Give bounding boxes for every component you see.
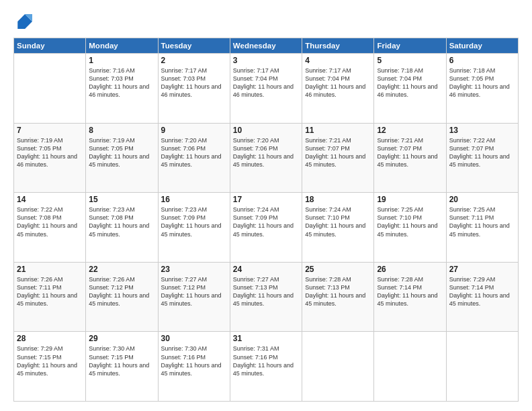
calendar-cell: 6Sunrise: 7:18 AMSunset: 7:05 PMDaylight… <box>446 54 518 124</box>
logo-icon <box>13 12 32 31</box>
day-number: 11 <box>305 126 371 135</box>
calendar-cell: 13Sunrise: 7:22 AMSunset: 7:07 PMDayligh… <box>446 123 518 193</box>
calendar-table: SundayMondayTuesdayWednesdayThursdayFrid… <box>13 38 519 402</box>
day-number: 23 <box>161 265 227 274</box>
day-info: Sunrise: 7:29 AMSunset: 7:15 PMDaylight:… <box>17 345 83 377</box>
day-number: 10 <box>233 126 299 135</box>
day-number: 22 <box>89 265 154 274</box>
calendar-cell: 30Sunrise: 7:30 AMSunset: 7:16 PMDayligh… <box>158 332 230 402</box>
day-number: 25 <box>305 265 371 274</box>
day-info: Sunrise: 7:22 AMSunset: 7:07 PMDaylight:… <box>449 136 515 169</box>
calendar-cell: 7Sunrise: 7:19 AMSunset: 7:05 PMDaylight… <box>14 123 86 193</box>
calendar-cell: 1Sunrise: 7:16 AMSunset: 7:03 PMDaylight… <box>86 54 158 124</box>
day-info: Sunrise: 7:18 AMSunset: 7:04 PMDaylight:… <box>377 66 443 99</box>
day-info: Sunrise: 7:25 AMSunset: 7:11 PMDaylight:… <box>449 205 515 238</box>
day-info: Sunrise: 7:26 AMSunset: 7:11 PMDaylight:… <box>17 275 83 308</box>
header <box>13 12 519 31</box>
calendar-cell: 19Sunrise: 7:25 AMSunset: 7:10 PMDayligh… <box>374 193 446 263</box>
day-info: Sunrise: 7:24 AMSunset: 7:10 PMDaylight:… <box>305 205 371 238</box>
calendar-day-header: Thursday <box>302 38 374 54</box>
day-info: Sunrise: 7:27 AMSunset: 7:12 PMDaylight:… <box>161 275 227 308</box>
day-number: 4 <box>305 56 371 65</box>
day-number: 14 <box>17 195 83 204</box>
calendar-cell: 29Sunrise: 7:30 AMSunset: 7:15 PMDayligh… <box>86 332 158 402</box>
day-info: Sunrise: 7:24 AMSunset: 7:09 PMDaylight:… <box>233 205 299 238</box>
calendar-week-row: 21Sunrise: 7:26 AMSunset: 7:11 PMDayligh… <box>14 262 519 332</box>
day-info: Sunrise: 7:23 AMSunset: 7:08 PMDaylight:… <box>89 205 154 238</box>
day-number: 26 <box>377 265 443 274</box>
calendar-day-header: Wednesday <box>230 38 302 54</box>
day-info: Sunrise: 7:22 AMSunset: 7:08 PMDaylight:… <box>17 205 83 238</box>
day-number: 19 <box>377 195 443 204</box>
day-info: Sunrise: 7:17 AMSunset: 7:03 PMDaylight:… <box>161 66 227 99</box>
day-info: Sunrise: 7:30 AMSunset: 7:16 PMDaylight:… <box>161 345 227 377</box>
calendar-week-row: 28Sunrise: 7:29 AMSunset: 7:15 PMDayligh… <box>14 332 519 402</box>
day-number: 9 <box>161 126 227 135</box>
day-info: Sunrise: 7:17 AMSunset: 7:04 PMDaylight:… <box>305 66 371 99</box>
calendar-cell: 4Sunrise: 7:17 AMSunset: 7:04 PMDaylight… <box>302 54 374 124</box>
calendar-header-row: SundayMondayTuesdayWednesdayThursdayFrid… <box>14 38 519 54</box>
calendar-cell: 8Sunrise: 7:19 AMSunset: 7:05 PMDaylight… <box>86 123 158 193</box>
calendar-week-row: 14Sunrise: 7:22 AMSunset: 7:08 PMDayligh… <box>14 193 519 263</box>
day-number: 12 <box>377 126 443 135</box>
calendar-cell: 5Sunrise: 7:18 AMSunset: 7:04 PMDaylight… <box>374 54 446 124</box>
calendar-cell: 20Sunrise: 7:25 AMSunset: 7:11 PMDayligh… <box>446 193 518 263</box>
calendar-cell <box>446 332 518 402</box>
day-info: Sunrise: 7:28 AMSunset: 7:13 PMDaylight:… <box>305 275 371 308</box>
day-info: Sunrise: 7:20 AMSunset: 7:06 PMDaylight:… <box>161 136 227 169</box>
day-number: 8 <box>89 126 154 135</box>
day-info: Sunrise: 7:21 AMSunset: 7:07 PMDaylight:… <box>377 136 443 169</box>
calendar-week-row: 1Sunrise: 7:16 AMSunset: 7:03 PMDaylight… <box>14 54 519 124</box>
day-info: Sunrise: 7:25 AMSunset: 7:10 PMDaylight:… <box>377 205 443 238</box>
calendar-cell: 2Sunrise: 7:17 AMSunset: 7:03 PMDaylight… <box>158 54 230 124</box>
day-info: Sunrise: 7:20 AMSunset: 7:06 PMDaylight:… <box>233 136 299 169</box>
calendar-cell: 18Sunrise: 7:24 AMSunset: 7:10 PMDayligh… <box>302 193 374 263</box>
day-number: 30 <box>161 334 227 343</box>
logo <box>13 12 35 31</box>
day-number: 15 <box>89 195 154 204</box>
day-number: 2 <box>161 56 227 65</box>
calendar-cell <box>302 332 374 402</box>
day-info: Sunrise: 7:19 AMSunset: 7:05 PMDaylight:… <box>89 136 154 169</box>
calendar-cell: 16Sunrise: 7:23 AMSunset: 7:09 PMDayligh… <box>158 193 230 263</box>
calendar-cell: 27Sunrise: 7:29 AMSunset: 7:14 PMDayligh… <box>446 262 518 332</box>
day-number: 1 <box>89 56 154 65</box>
day-info: Sunrise: 7:18 AMSunset: 7:05 PMDaylight:… <box>449 66 515 99</box>
day-info: Sunrise: 7:30 AMSunset: 7:15 PMDaylight:… <box>89 345 154 377</box>
calendar-cell: 12Sunrise: 7:21 AMSunset: 7:07 PMDayligh… <box>374 123 446 193</box>
calendar-cell: 3Sunrise: 7:17 AMSunset: 7:04 PMDaylight… <box>230 54 302 124</box>
day-info: Sunrise: 7:29 AMSunset: 7:14 PMDaylight:… <box>449 275 515 308</box>
day-info: Sunrise: 7:21 AMSunset: 7:07 PMDaylight:… <box>305 136 371 169</box>
calendar-cell: 22Sunrise: 7:26 AMSunset: 7:12 PMDayligh… <box>86 262 158 332</box>
calendar-day-header: Saturday <box>446 38 518 54</box>
day-number: 3 <box>233 56 299 65</box>
day-number: 16 <box>161 195 227 204</box>
day-number: 21 <box>17 265 83 274</box>
day-info: Sunrise: 7:27 AMSunset: 7:13 PMDaylight:… <box>233 275 299 308</box>
calendar-cell <box>374 332 446 402</box>
calendar-week-row: 7Sunrise: 7:19 AMSunset: 7:05 PMDaylight… <box>14 123 519 193</box>
day-info: Sunrise: 7:16 AMSunset: 7:03 PMDaylight:… <box>89 66 154 99</box>
calendar-cell: 31Sunrise: 7:31 AMSunset: 7:16 PMDayligh… <box>230 332 302 402</box>
calendar-cell: 25Sunrise: 7:28 AMSunset: 7:13 PMDayligh… <box>302 262 374 332</box>
calendar-cell <box>14 54 86 124</box>
day-info: Sunrise: 7:23 AMSunset: 7:09 PMDaylight:… <box>161 205 227 238</box>
calendar-cell: 21Sunrise: 7:26 AMSunset: 7:11 PMDayligh… <box>14 262 86 332</box>
calendar-day-header: Tuesday <box>158 38 230 54</box>
day-number: 28 <box>17 334 83 343</box>
day-number: 24 <box>233 265 299 274</box>
day-info: Sunrise: 7:28 AMSunset: 7:14 PMDaylight:… <box>377 275 443 308</box>
calendar-cell: 28Sunrise: 7:29 AMSunset: 7:15 PMDayligh… <box>14 332 86 402</box>
day-info: Sunrise: 7:31 AMSunset: 7:16 PMDaylight:… <box>233 345 299 377</box>
calendar-cell: 11Sunrise: 7:21 AMSunset: 7:07 PMDayligh… <box>302 123 374 193</box>
calendar-day-header: Friday <box>374 38 446 54</box>
calendar-cell: 26Sunrise: 7:28 AMSunset: 7:14 PMDayligh… <box>374 262 446 332</box>
day-number: 17 <box>233 195 299 204</box>
day-number: 18 <box>305 195 371 204</box>
day-info: Sunrise: 7:26 AMSunset: 7:12 PMDaylight:… <box>89 275 154 308</box>
day-info: Sunrise: 7:17 AMSunset: 7:04 PMDaylight:… <box>233 66 299 99</box>
day-number: 6 <box>449 56 515 65</box>
page: SundayMondayTuesdayWednesdayThursdayFrid… <box>0 0 532 411</box>
calendar-cell: 9Sunrise: 7:20 AMSunset: 7:06 PMDaylight… <box>158 123 230 193</box>
calendar-cell: 17Sunrise: 7:24 AMSunset: 7:09 PMDayligh… <box>230 193 302 263</box>
